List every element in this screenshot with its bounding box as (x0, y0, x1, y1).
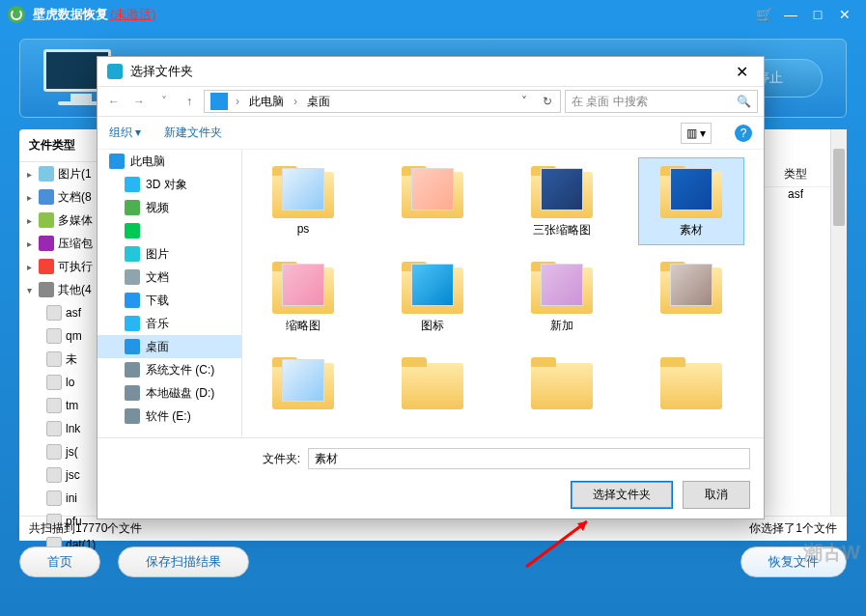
folder-icon (656, 355, 726, 409)
folder-item[interactable] (379, 157, 486, 245)
tree-node[interactable] (98, 219, 241, 242)
select-folder-dialog: 选择文件夹 ✕ ← → ˅ ↑ › 此电脑 › 桌面 ˅ ↻ 在 桌面 中搜索 … (97, 56, 765, 519)
minimize-button[interactable]: — (777, 5, 804, 24)
folder-icon (398, 260, 467, 314)
folder-item[interactable] (250, 349, 356, 435)
folder-icon (656, 164, 726, 218)
dialog-file-area[interactable]: ps三张缩略图素材缩略图图标新加 (242, 150, 764, 437)
dialog-title: 选择文件夹 (130, 63, 193, 80)
folder-item[interactable] (638, 349, 744, 435)
search-icon[interactable]: 🔍 (737, 95, 751, 108)
dialog-close-button[interactable]: ✕ (730, 63, 754, 81)
select-folder-button[interactable]: 选择文件夹 (571, 481, 673, 509)
row-type-cell: asf (761, 185, 830, 203)
dialog-toolbar: 组织 ▾ 新建文件夹 ▥ ▾ ? (98, 117, 764, 150)
folder-icon (527, 355, 597, 409)
folder-item[interactable] (379, 349, 486, 435)
nav-recent-icon[interactable]: ˅ (154, 91, 175, 112)
refresh-icon[interactable]: ↻ (535, 95, 560, 108)
folder-label: 缩略图 (286, 318, 321, 334)
pc-icon (210, 93, 228, 110)
folder-icon (268, 355, 338, 409)
cancel-button[interactable]: 取消 (683, 481, 750, 509)
folder-item[interactable] (638, 253, 744, 341)
tree-node[interactable]: 桌面 (98, 335, 241, 358)
folder-item[interactable]: 三张缩略图 (509, 157, 615, 245)
scrollbar-thumb[interactable] (833, 149, 845, 226)
recover-button[interactable]: 恢复文件 (740, 546, 847, 577)
folder-icon (398, 164, 467, 218)
folder-icon (527, 260, 597, 314)
help-icon[interactable]: ? (735, 125, 752, 142)
crumb-pc[interactable]: 此电脑 (241, 91, 292, 112)
col-type-header[interactable]: 类型 (761, 162, 830, 187)
folder-icon (527, 164, 597, 218)
folder-icon (398, 355, 467, 409)
tree-node-icon (125, 362, 140, 378)
tree-node-icon (125, 339, 140, 354)
tree-node[interactable]: 此电脑 (98, 150, 241, 173)
folder-label: 三张缩略图 (533, 222, 591, 238)
dialog-icon (107, 64, 123, 79)
tree-node-icon (125, 293, 140, 308)
nav-up-icon[interactable]: ↑ (179, 91, 200, 112)
folder-item[interactable] (509, 349, 615, 435)
view-mode-button[interactable]: ▥ ▾ (681, 123, 712, 144)
tree-node-icon (125, 200, 140, 215)
nav-back-icon[interactable]: ← (103, 91, 125, 112)
tree-node[interactable]: 3D 对象 (98, 173, 241, 196)
save-results-button[interactable]: 保存扫描结果 (118, 546, 249, 577)
tree-node-icon (125, 246, 140, 262)
close-button[interactable]: ✕ (831, 5, 858, 24)
tree-node[interactable]: 系统文件 (C:) (98, 358, 241, 381)
app-logo-icon (8, 6, 25, 23)
folder-item[interactable]: 缩略图 (250, 253, 356, 341)
tree-node-icon (125, 177, 140, 192)
folder-icon (268, 164, 338, 218)
breadcrumb[interactable]: › 此电脑 › 桌面 ˅ ↻ (204, 90, 561, 113)
folder-item[interactable]: 新加 (509, 253, 615, 341)
scrollbar-vertical[interactable] (830, 129, 847, 516)
footer: 首页 保存扫描结果 恢复文件 (19, 546, 847, 577)
status-scanned: 共扫描到17770个文件 (29, 520, 142, 537)
tree-node-icon (125, 269, 140, 285)
home-button[interactable]: 首页 (19, 546, 100, 577)
maximize-button[interactable]: □ (804, 5, 831, 24)
cart-icon[interactable]: 🛒 (750, 5, 777, 24)
not-activated-link[interactable]: (未激活) (110, 6, 156, 23)
organize-menu[interactable]: 组织 ▾ (109, 125, 141, 141)
tree-node[interactable]: 文档 (98, 266, 241, 289)
tree-node[interactable]: 软件 (E:) (98, 405, 241, 428)
nav-forward-icon[interactable]: → (128, 91, 150, 112)
folder-item[interactable]: 图标 (379, 253, 486, 341)
new-folder-button[interactable]: 新建文件夹 (164, 125, 222, 141)
titlebar: 壁虎数据恢复 (未激活) 🛒 — □ ✕ (0, 0, 866, 29)
tree-node-icon (125, 316, 140, 331)
crumb-desktop[interactable]: 桌面 (299, 91, 338, 112)
folder-icon (268, 260, 338, 314)
tree-node-icon (125, 223, 140, 238)
search-input[interactable]: 在 桌面 中搜索 🔍 (565, 90, 758, 113)
folder-name-input[interactable] (308, 448, 750, 469)
tree-node[interactable]: 音乐 (98, 312, 241, 335)
tree-node[interactable]: 视频 (98, 196, 241, 219)
tree-node[interactable]: 下载 (98, 289, 241, 312)
app-title: 壁虎数据恢复 (33, 6, 108, 23)
tree-node[interactable]: 图片 (98, 242, 241, 266)
folder-label: 素材 (680, 222, 703, 238)
tree-node[interactable]: 本地磁盘 (D:) (98, 381, 241, 405)
status-selected: 你选择了1个文件 (749, 520, 837, 537)
nav-bar: ← → ˅ ↑ › 此电脑 › 桌面 ˅ ↻ 在 桌面 中搜索 🔍 (98, 86, 764, 117)
folder-field-label: 文件夹: (246, 451, 300, 467)
crumb-dropdown-icon[interactable]: ˅ (514, 95, 535, 108)
tree-node-icon (125, 385, 140, 401)
folder-label: 新加 (550, 318, 573, 334)
tree-node-icon (109, 154, 125, 169)
dialog-tree[interactable]: 此电脑3D 对象视频图片文档下载音乐桌面系统文件 (C:)本地磁盘 (D:)软件… (98, 150, 242, 437)
folder-item[interactable]: 素材 (638, 157, 744, 245)
tree-node-icon (125, 408, 140, 424)
folder-icon (656, 260, 726, 314)
search-placeholder: 在 桌面 中搜索 (572, 94, 648, 110)
folder-label: 图标 (421, 318, 444, 334)
folder-item[interactable]: ps (250, 157, 356, 245)
